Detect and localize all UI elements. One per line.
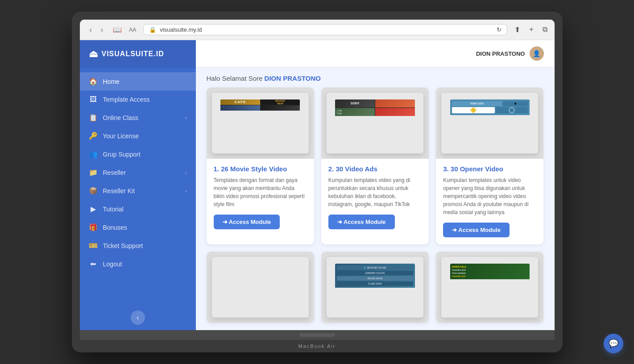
card-3-description: Kumpulan templates untuk video opener ya… [443,176,536,216]
card-2-headphone-cell [375,108,415,116]
sidebar-item-reseller-label: Reseller [103,169,126,176]
card-2-image: SONY 1 SetChair [321,87,429,159]
card-1-title: 1. 26 Movie Style Video [214,165,307,173]
tutorial-icon: ▶ [89,205,98,213]
macbook-label: MacBook Air [80,340,555,352]
card-1-screen-content: CAFE BRANDNEW [220,99,300,111]
sidebar-item-group-label: Grup Support [103,151,141,158]
sidebar-item-bonuses[interactable]: 🎁 Bonuses [80,218,196,236]
card-2-screen-content: SONY 1 SetChair [335,99,414,116]
header-user-name: DION PRASTONO [476,50,525,57]
card-1-bottom-left [220,105,260,111]
sidebar-item-logout-label: Logout [103,261,122,268]
sidebar-item-ticket-support[interactable]: 🎫 Ticket Support [80,236,196,255]
card-5-screen-content: 🐦 WOOLSEY KLUGE EDWARD CULLEN ARLON SALV… [335,264,414,288]
browser-forward-button[interactable]: › [98,25,106,35]
sidebar-item-your-license[interactable]: 🔑 Your License [80,127,196,145]
sidebar-item-template-label: Template Access [103,96,150,103]
card-1-image: CAFE BRANDNEW [207,87,314,159]
card-6-placeholder: SUPER SALE YOUR BIG TEXT TITLE XXXXXXX Y… [436,252,543,323]
card-5-name3: CLARK KENT [337,281,413,286]
card-3-access-button[interactable]: ➔ Access Module [443,223,510,237]
card-3-title: 3. 30 Opener Video [443,165,536,173]
card-4 [207,252,314,323]
sidebar-item-reseller[interactable]: 📁 Reseller › [80,163,196,182]
online-class-arrow-icon: › [185,115,187,120]
card-1-cafe-cell: CAFE [220,99,260,105]
laptop-frame: ‹ › 📖 AA 🔒 visualsuite.my.id ↻ ⬆ + ⧉ ⏏ [72,12,563,352]
card-6-your-logo: YOUR BIG TEXT [452,275,528,277]
sidebar-item-tutorial[interactable]: ▶ Tutorial [80,200,196,218]
laptop-base [80,330,555,340]
sidebar-item-online-class-label: Online Class [103,114,138,121]
card-movie-style: CAFE BRANDNEW 1. 26 [207,87,314,244]
card-6-image: SUPER SALE YOUR BIG TEXT TITLE XXXXXXX Y… [436,252,543,323]
sidebar: ⏏ VISUALSUITE.ID 🏠 Home 🖼 Template Acces… [80,40,196,330]
card-1-access-button[interactable]: ➔ Access Module [214,215,280,229]
card-4-placeholder [207,252,314,323]
browser-content: ⏏ VISUALSUITE.ID 🏠 Home 🖼 Template Acces… [80,40,555,330]
online-class-icon: 📋 [89,113,98,122]
sidebar-nav: 🏠 Home 🖼 Template Access 📋 Online Class … [80,68,196,305]
card-5: 🐦 WOOLSEY KLUGE EDWARD CULLEN ARLON SALV… [321,252,429,323]
card-3-white-cell [452,107,495,113]
card-2-food-cell [375,99,415,108]
card-6: SUPER SALE YOUR BIG TEXT TITLE XXXXXXX Y… [436,252,543,323]
license-icon: 🔑 [89,132,98,140]
sidebar-item-tutorial-label: Tutorial [103,206,124,213]
share-icon[interactable]: ⬆ [514,25,520,34]
user-avatar: 👤 [530,46,544,61]
bonuses-icon: 🎁 [89,223,98,232]
sidebar-item-reseller-kit[interactable]: 📦 Reseller Kit › [80,182,196,200]
logo-icon: ⏏ [89,48,98,60]
reseller-arrow-icon: › [185,170,187,175]
sidebar-item-grup-support[interactable]: 👥 Grup Support [80,145,196,163]
sidebar-item-bonuses-label: Bonuses [103,224,127,231]
card-3-screen: YOUR LOGO ✦ [450,99,530,147]
card-3-image: YOUR LOGO ✦ [436,87,543,159]
sidebar-item-online-class[interactable]: 📋 Online Class › [80,108,196,127]
sidebar-item-reseller-kit-label: Reseller Kit [103,187,135,194]
sidebar-toggle: ‹ [80,305,196,330]
card-5-screen: 🐦 WOOLSEY KLUGE EDWARD CULLEN ARLON SALV… [335,264,414,311]
sidebar-item-home-label: Home [103,78,120,85]
card-2-description: Kumpulan templates video yang di peruntu… [328,176,422,208]
browser-toolbar: ‹ › 📖 AA 🔒 visualsuite.my.id ↻ ⬆ + ⧉ [80,20,555,40]
card-2-screen: SONY 1 SetChair [335,99,414,147]
main-content: DION PRASTONO 👤 Halo Selamat Sore DION P… [196,40,555,330]
url-text: visualsuite.my.id [160,26,202,33]
ticket-icon: 🎫 [89,241,98,250]
card-1-bottom-right [261,105,300,111]
top-header: DION PRASTONO 👤 [196,40,555,67]
card-3-placeholder: YOUR LOGO ✦ [436,87,543,159]
card-6-super-sale: SUPER SALE [452,265,528,268]
card-2-sony-cell: SONY [335,99,375,108]
sidebar-item-logout[interactable]: ⬅ Logout [80,255,196,273]
sidebar-logo: ⏏ VISUALSUITE.ID [80,40,196,68]
card-5-name2: ARLON SALVA [337,276,413,281]
browser-back-button[interactable]: ‹ [87,25,95,35]
card-1-body: 1. 26 Movie Style Video Templates dengan… [207,159,314,236]
bookmarks-icon[interactable]: 📖 [113,25,122,34]
sidebar-item-home[interactable]: 🏠 Home [80,72,196,91]
card-2-placeholder: SONY 1 SetChair [321,87,429,159]
card-3-screen-content: YOUR LOGO ✦ [450,99,530,115]
card-4-image [207,252,314,323]
browser-address-bar[interactable]: 🔒 visualsuite.my.id ↻ [143,24,507,35]
card-3-diamond [470,107,477,113]
card-6-your-text: YOUR BIG TEXT [452,269,528,271]
card-3-logo: YOUR LOGO [452,101,502,106]
reseller-icon: 📁 [89,168,98,177]
card-2-access-button[interactable]: ➔ Access Module [328,215,395,229]
card-opener-video: YOUR LOGO ✦ [436,87,543,244]
card-6-screen-content: SUPER SALE YOUR BIG TEXT TITLE XXXXXXX Y… [450,264,530,279]
new-tab-icon[interactable]: + [529,25,533,34]
card-3-opener-bottom [452,107,528,113]
sidebar-item-template-access[interactable]: 🖼 Template Access [80,91,196,108]
card-4-screen [220,264,300,311]
sidebar-item-ticket-label: Ticket Support [103,242,143,249]
card-2-body: 2. 30 Video Ads Kumpulan templates video… [321,159,429,236]
sidebar-collapse-button[interactable]: ‹ [131,310,145,325]
reload-icon[interactable]: ↻ [497,26,501,33]
tabs-icon[interactable]: ⧉ [543,25,547,34]
